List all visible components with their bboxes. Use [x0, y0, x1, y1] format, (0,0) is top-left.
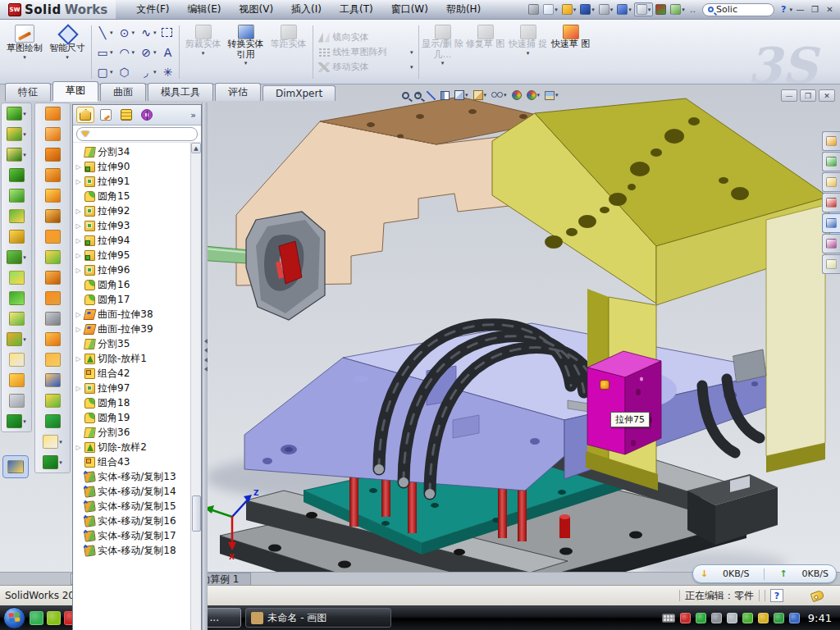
feature-tool-12-button[interactable]: ▾ — [7, 332, 26, 346]
mold-tool-4-button[interactable] — [45, 168, 61, 182]
mold-tool-6-button[interactable] — [45, 209, 61, 223]
tree-item[interactable]: ▷ 拉伸97 — [75, 381, 190, 395]
mold-tool-2-button[interactable] — [45, 127, 61, 141]
expand-arrow-icon[interactable]: ▷ — [75, 355, 82, 363]
tree-overflow-chevron[interactable]: » — [190, 110, 198, 121]
tree-item[interactable]: ▷ 拉伸94 — [75, 233, 190, 248]
tab-evaluate[interactable]: 评估 — [215, 83, 261, 101]
menu-view[interactable]: 视图(V) — [230, 0, 282, 19]
zoom-area-button[interactable] — [413, 88, 423, 103]
ellipse-button[interactable]: ⊘▾ — [138, 43, 158, 62]
start-button[interactable] — [3, 607, 25, 629]
doc-minimize-button[interactable]: — — [781, 89, 797, 102]
menu-insert[interactable]: 插入(I) — [282, 0, 331, 19]
tree-item[interactable]: ▷ 实体-移动/复制13 — [75, 469, 190, 484]
rectangle-button[interactable]: ▭▾ — [94, 43, 115, 62]
pin-icon[interactable] — [527, 3, 541, 16]
status-help-icon[interactable]: ? — [770, 589, 783, 602]
mold-tool-5-button[interactable] — [45, 189, 61, 203]
appearances-tab[interactable] — [822, 234, 840, 253]
open-folder-icon[interactable]: ▾ — [560, 3, 578, 16]
design-library-tab[interactable] — [822, 172, 840, 192]
power-saver-icon[interactable] — [742, 613, 753, 623]
feature-tool-2-button[interactable]: ▾ — [7, 127, 26, 141]
hide-show-items-button[interactable]: ▾ — [490, 88, 509, 103]
tree-item[interactable]: ▷ 圆角15 — [75, 189, 190, 203]
trim-entities-button[interactable]: 剪裁实体▾ — [182, 22, 225, 82]
taskbar-task[interactable]: 未命名 - 画图 — [245, 608, 391, 628]
expand-arrow-icon[interactable]: ▷ — [75, 163, 82, 171]
rapid-sketch-button[interactable]: 快速草 图 — [550, 22, 592, 82]
linear-sketch-pattern-button[interactable]: 线性草图阵列▾ — [316, 45, 416, 59]
mirror-entities-button[interactable]: 镜向实体 — [316, 30, 416, 44]
selection-box-button[interactable] — [160, 23, 176, 43]
sketch-button[interactable]: 草图绘制▾ — [3, 22, 46, 82]
mold-tool-3-button[interactable] — [45, 148, 61, 162]
file-explorer-tab[interactable] — [822, 193, 840, 212]
tree-item[interactable]: ▷ 分割34 — [75, 144, 190, 159]
doc-restore-button[interactable]: ❐ — [800, 89, 816, 102]
search-input[interactable] — [716, 4, 754, 15]
feature-tool-7-button[interactable] — [9, 230, 25, 244]
expand-arrow-icon[interactable]: ▷ — [75, 385, 82, 392]
mold-tool-8-button[interactable] — [45, 250, 61, 264]
menu-help[interactable]: 帮助(H) — [437, 0, 490, 19]
mold-tool-15-button[interactable] — [45, 394, 61, 408]
expand-arrow-icon[interactable]: ▷ — [75, 222, 82, 230]
mold-tool-11-button[interactable] — [45, 312, 61, 326]
mold-tool-13-button[interactable] — [45, 353, 61, 367]
appearances-button[interactable] — [510, 88, 523, 103]
antivirus-shield-icon[interactable] — [680, 613, 691, 623]
sketch-fillet-button[interactable]: ◞▾ — [138, 62, 158, 82]
tree-item[interactable]: ▷ 实体-移动/复制15 — [75, 499, 190, 514]
mold-tool-14-button[interactable] — [45, 373, 61, 387]
tree-item[interactable]: ▷ 实体-移动/复制18 — [75, 543, 190, 558]
tree-item[interactable]: ▷ 实体-移动/复制16 — [75, 514, 190, 528]
mold-tool-7-button[interactable] — [45, 230, 61, 244]
menu-file[interactable]: 文件(F) — [127, 0, 178, 19]
mold-tool-9-button[interactable] — [45, 271, 61, 285]
feature-tool-1-button[interactable]: ▾ — [7, 107, 26, 121]
tree-item[interactable]: ▷ 实体-移动/复制14 — [75, 484, 190, 499]
resources-tab[interactable] — [822, 152, 840, 171]
configurationmanager-tab[interactable] — [117, 107, 135, 123]
feature-tool-3-button[interactable]: ▾ — [7, 148, 26, 162]
polygon-button[interactable]: ⬡ — [116, 62, 137, 82]
tree-vertical-scrollbar[interactable]: ▲ ▼ — [190, 143, 201, 630]
scroll-thumb[interactable] — [192, 495, 201, 532]
tree-item[interactable]: ▷ 圆角18 — [75, 395, 190, 410]
feature-tool-15-button[interactable] — [9, 394, 25, 408]
point-button[interactable]: ✳ — [160, 62, 176, 82]
propertymanager-tab[interactable] — [97, 107, 115, 123]
update-service-icon[interactable] — [711, 613, 722, 623]
doc-close-button[interactable]: ✕ — [819, 89, 835, 102]
save-icon[interactable]: ▾ — [578, 3, 596, 16]
tree-item[interactable]: ▷ 切除-放样1 — [75, 351, 190, 366]
tree-item[interactable]: ▷ 拉伸92 — [75, 203, 190, 218]
section-view-button[interactable] — [439, 88, 451, 103]
smart-dimension-button[interactable]: 智能尺寸▾ — [46, 22, 89, 82]
expand-arrow-icon[interactable]: ▷ — [75, 326, 82, 333]
tree-item[interactable]: ▷ 拉伸91 — [75, 174, 190, 189]
tree-item[interactable]: ▷ 分割36 — [75, 425, 190, 440]
tree-filter-input[interactable] — [76, 127, 198, 141]
featuremanager-tab[interactable] — [76, 107, 94, 123]
expand-arrow-icon[interactable]: ▷ — [75, 267, 82, 274]
media-player-icon[interactable] — [47, 611, 61, 625]
slot-button[interactable]: ▢▾ — [94, 62, 115, 82]
feature-tool-16-button[interactable]: ▾ — [7, 414, 26, 428]
taskbar-clock[interactable]: 9:41 — [805, 612, 832, 624]
tab-surfaces[interactable]: 曲面 — [100, 83, 146, 101]
tag-icon[interactable] — [810, 589, 825, 601]
feature-tool-4-button[interactable] — [9, 168, 25, 182]
quick-snaps-button[interactable]: 快速捕 捉▾ — [507, 22, 550, 82]
tree-item[interactable]: ▷ 拉伸96 — [75, 262, 190, 277]
mold-tool-10-button[interactable] — [45, 291, 61, 305]
splitter-grip-icon[interactable] — [203, 336, 208, 374]
move-entities-button[interactable]: 移动实体▾ — [316, 60, 416, 74]
new-document-icon[interactable]: ▾ — [541, 3, 559, 16]
overflow-dots-icon[interactable]: ‥ — [687, 4, 698, 15]
dimxpertmanager-tab[interactable] — [138, 107, 156, 123]
repair-sketch-button[interactable]: 修复草 图 — [464, 22, 507, 82]
tree-item[interactable]: ▷ 实体-移动/复制17 — [75, 528, 190, 543]
